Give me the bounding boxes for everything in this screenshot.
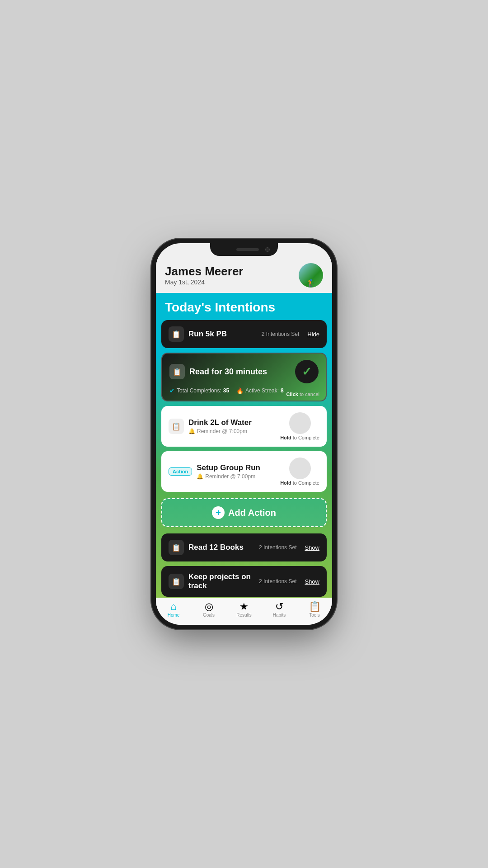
results-icon: ★ (239, 602, 249, 612)
hold-wrapper-group-run: Hold to Complete (280, 458, 319, 486)
goal-card-group-run: Action Setup Group Run 🔔 Reminder @ 7:00… (161, 451, 327, 492)
hold-label-group-run: Hold to Complete (280, 480, 319, 486)
user-name: James Meerer (165, 265, 299, 278)
tools-icon: 📋 (309, 602, 321, 612)
streak-label: Active Streak: (245, 387, 279, 394)
nav-tools-label: Tools (309, 613, 319, 618)
nav-goals-label: Goals (203, 613, 215, 618)
screen: James Meerer May 1st, 2024 🏌️ Today's In… (156, 243, 332, 625)
avatar-emoji: 🏌️ (306, 279, 315, 288)
reminder-drink-water: Reminder @ 7:00pm (197, 428, 247, 434)
goal-title-group-run: Setup Group Run (197, 463, 276, 472)
hide-button-run-5k[interactable]: Hide (307, 331, 319, 338)
goal-icon-read-30: 📋 (169, 364, 185, 379)
front-camera (265, 247, 270, 252)
phone-frame: James Meerer May 1st, 2024 🏌️ Today's In… (156, 243, 332, 625)
goal-sub-drink-water: 🔔 Reminder @ 7:00pm (188, 428, 276, 434)
hold-wrapper-drink-water: Hold to Complete (280, 412, 319, 440)
goal-meta-keep-projects: 2 Intentions Set (259, 578, 296, 585)
streak-value: 8 (281, 387, 284, 394)
goal-card-read-12[interactable]: 📋 Read 12 Books 2 Intentions Set Show (161, 533, 327, 561)
goal-card-keep-projects[interactable]: 📋 Keep projects on track 2 Intentions Se… (161, 566, 327, 597)
today-header: Today's Intentions (156, 293, 332, 320)
nav-tools[interactable]: 📋 Tools (297, 602, 332, 618)
total-completions: ✔ Total Completions: 35 (169, 387, 229, 394)
add-action-plus-icon: + (212, 506, 225, 519)
complete-button-read-30[interactable]: ✓ (295, 360, 319, 383)
click-to-cancel: Click to cancel (286, 392, 319, 397)
goal-content-group-run: Setup Group Run 🔔 Reminder @ 7:00pm (197, 463, 276, 480)
nav-home-label: Home (168, 613, 180, 618)
goal-title-read-30: Read for 30 minutes (189, 367, 291, 377)
notch-pill (236, 248, 259, 251)
bottom-nav: ⌂ Home ◎ Goals ★ Results ↺ Habits 📋 Tool… (156, 598, 332, 625)
check-icon: ✓ (302, 365, 312, 379)
goal-card-drink-water: 📋 Drink 2L of Water 🔔 Reminder @ 7:00pm … (161, 406, 327, 447)
goal-meta-read-12: 2 Intentions Set (259, 544, 296, 551)
nav-results-label: Results (236, 613, 251, 618)
goal-content-drink-water: Drink 2L of Water 🔔 Reminder @ 7:00pm (188, 418, 276, 434)
goals-icon: ◎ (205, 602, 213, 612)
goal-icon-read-12: 📋 (169, 540, 184, 555)
completions-value: 35 (223, 387, 229, 394)
section-title: Today's Intentions (165, 300, 323, 315)
card-expanded-top: 📋 Read for 30 minutes ✓ (169, 360, 319, 383)
active-streak: 🔥 Active Streak: 8 (236, 387, 284, 394)
header-text: James Meerer May 1st, 2024 (165, 265, 299, 286)
goal-icon-run-5k: 📋 (169, 326, 184, 342)
completions-label: Total Completions: (177, 387, 221, 394)
action-tag: Action (169, 467, 192, 476)
add-action-label: Add Action (228, 508, 276, 518)
click-bold: Click (286, 392, 298, 397)
notch (210, 243, 278, 256)
add-action-button[interactable]: + Add Action (161, 498, 327, 527)
nav-habits-label: Habits (273, 613, 286, 618)
goal-card-run-5k[interactable]: 📋 Run 5k PB 2 Intentions Set Hide (161, 320, 327, 348)
main-content: Today's Intentions 📋 Run 5k PB 2 Intenti… (156, 293, 332, 598)
header: James Meerer May 1st, 2024 🏌️ (156, 256, 332, 293)
avatar[interactable]: 🏌️ (299, 263, 323, 288)
nav-habits[interactable]: ↺ Habits (262, 602, 297, 618)
bell-icon-2: 🔔 (197, 473, 203, 480)
cards-container: 📋 Run 5k PB 2 Intentions Set Hide 📋 Read… (156, 320, 332, 598)
habits-icon: ↺ (275, 602, 283, 612)
hold-label-drink-water: Hold to Complete (280, 435, 319, 440)
show-button-read-12[interactable]: Show (305, 544, 319, 551)
goal-meta-run-5k: 2 Intentions Set (262, 331, 299, 337)
goal-card-read-30: 📋 Read for 30 minutes ✓ ✔ Total Completi… (161, 353, 327, 401)
nav-goals[interactable]: ◎ Goals (191, 602, 226, 618)
reminder-group-run: Reminder @ 7:00pm (205, 473, 255, 480)
bell-icon: 🔔 (188, 428, 195, 434)
goal-sub-group-run: 🔔 Reminder @ 7:00pm (197, 473, 276, 480)
header-date: May 1st, 2024 (165, 278, 299, 286)
home-icon: ⌂ (170, 602, 176, 612)
nav-results[interactable]: ★ Results (226, 602, 262, 618)
goal-icon-keep-projects: 📋 (169, 574, 184, 589)
goal-title-read-12: Read 12 Books (188, 543, 254, 552)
goal-title-drink-water: Drink 2L of Water (188, 418, 276, 427)
hold-complete-group-run[interactable] (289, 458, 311, 479)
goal-title-keep-projects: Keep projects on track (188, 572, 254, 590)
show-button-keep-projects[interactable]: Show (305, 578, 319, 585)
goal-title-run-5k: Run 5k PB (188, 330, 257, 339)
goal-icon-drink-water: 📋 (169, 419, 184, 434)
hold-complete-drink-water[interactable] (289, 412, 311, 434)
nav-home[interactable]: ⌂ Home (156, 602, 191, 618)
